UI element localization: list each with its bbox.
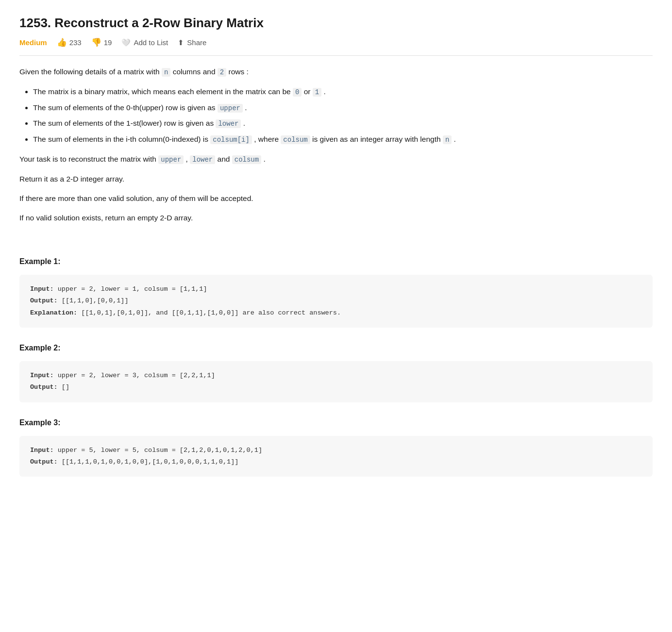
example-2-output: Output: []: [30, 382, 642, 393]
thumbs-down-icon: 👎: [91, 37, 101, 48]
thumbs-up-icon: 👍: [57, 37, 67, 48]
bullet-item-4: The sum of elements in the i-th column(0…: [33, 133, 653, 146]
difficulty-badge: Medium: [19, 38, 47, 47]
example-1-input: Input: upper = 2, lower = 1, colsum = [1…: [30, 283, 642, 295]
lower-code-1: lower: [216, 119, 241, 128]
task-paragraph: Your task is to reconstruct the matrix w…: [19, 153, 653, 166]
example-1-section: Example 1: Input: upper = 2, lower = 1, …: [19, 255, 653, 328]
valid-solution-paragraph: If there are more than one valid solutio…: [19, 192, 653, 205]
share-button[interactable]: ⬆ Share: [178, 38, 206, 47]
example-2-code-block: Input: upper = 2, lower = 3, colsum = [2…: [19, 361, 653, 402]
heart-icon: 🤍: [121, 38, 131, 47]
intro-paragraph: Given the following details of a matrix …: [19, 66, 653, 79]
upvote-count: 233: [69, 38, 82, 47]
upper-code-2: upper: [158, 155, 184, 164]
problem-content: Given the following details of a matrix …: [19, 66, 653, 477]
share-label: Share: [187, 38, 206, 47]
upper-code-1: upper: [218, 104, 243, 113]
bullet-item-2: The sum of elements of the 0-th(upper) r…: [33, 101, 653, 115]
example-1-output: Output: [[1,1,0],[0,0,1]]: [30, 295, 642, 307]
example-2-input: Input: upper = 2, lower = 3, colsum = [2…: [30, 370, 642, 382]
colsum-code-2: colsum: [232, 155, 261, 164]
example-3-input: Input: upper = 5, lower = 5, colsum = [2…: [30, 445, 642, 456]
share-icon: ⬆: [178, 38, 184, 47]
no-valid-paragraph: If no valid solution exists, return an e…: [19, 212, 653, 224]
return-paragraph: Return it as a 2-D integer array.: [19, 173, 653, 185]
example-3-section: Example 3: Input: upper = 5, lower = 5, …: [19, 416, 653, 477]
bullet-list: The matrix is a binary matrix, which mea…: [33, 85, 653, 146]
n-inline-code: n: [162, 68, 170, 77]
zero-code: 0: [293, 88, 302, 97]
example-2-section: Example 2: Input: upper = 2, lower = 3, …: [19, 341, 653, 402]
meta-row: Medium 👍 233 👎 19 🤍 Add to List ⬆ Share: [19, 37, 653, 56]
example-1-explanation: Explanation: [[1,0,1],[0,1,0]], and [[0,…: [30, 307, 642, 319]
example-3-output: Output: [[1,1,1,0,1,0,0,1,0,0],[1,0,1,0,…: [30, 456, 642, 468]
downvote-count: 19: [104, 38, 112, 47]
example-1-title: Example 1:: [19, 255, 653, 268]
n-code-2: n: [443, 135, 452, 144]
bullet-item-3: The sum of elements of the 1-st(lower) r…: [33, 117, 653, 130]
colsum-i-code: colsum[i]: [210, 135, 252, 144]
example-3-code-block: Input: upper = 5, lower = 5, colsum = [2…: [19, 436, 653, 477]
example-3-title: Example 3:: [19, 416, 653, 429]
problem-title: 1253. Reconstruct a 2-Row Binary Matrix: [19, 16, 653, 31]
upvote-button[interactable]: 👍 233: [57, 37, 82, 48]
add-to-list-label: Add to List: [134, 38, 168, 47]
lower-code-2: lower: [190, 155, 215, 164]
example-2-title: Example 2:: [19, 341, 653, 354]
bullet-item-1: The matrix is a binary matrix, which mea…: [33, 85, 653, 99]
downvote-button[interactable]: 👎 19: [91, 37, 112, 48]
example-1-code-block: Input: upper = 2, lower = 1, colsum = [1…: [19, 275, 653, 328]
colsum-code: colsum: [281, 135, 310, 144]
add-to-list-button[interactable]: 🤍 Add to List: [121, 38, 168, 47]
one-code: 1: [313, 88, 321, 97]
two-inline-code: 2: [218, 68, 226, 77]
